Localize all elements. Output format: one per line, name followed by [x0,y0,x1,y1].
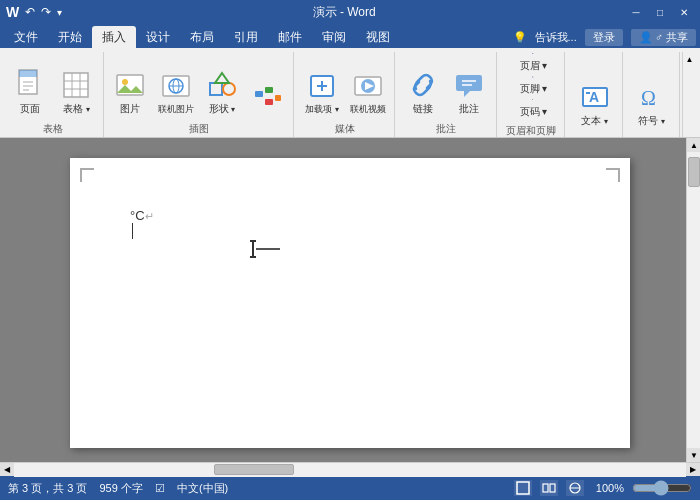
ribbon-group-text-content: A 文本 ▾ [573,52,617,132]
read-mode-button[interactable] [540,480,558,496]
vscroll-down-button[interactable]: ▼ [687,448,700,462]
ribbon-tabs-row: 文件 开始 插入 设计 布局 引用 邮件 审阅 视图 💡 告诉我... 登录 👤… [0,24,700,48]
print-layout-view-button[interactable] [514,480,532,496]
ribbon-group-symbols-content: Ω 符号 ▾ [630,52,674,132]
tab-file[interactable]: 文件 [4,26,48,48]
vscroll-track[interactable] [687,152,700,448]
vscroll-thumb[interactable] [688,157,700,187]
page-number-icon: # [526,99,540,101]
tab-references[interactable]: 引用 [224,26,268,48]
tab-review[interactable]: 审阅 [312,26,356,48]
svg-rect-19 [255,91,263,97]
share-icon: 👤 [639,31,653,44]
close-button[interactable]: ✕ [674,4,694,20]
ribbon-scroll-up[interactable]: ▲ [683,52,696,66]
picture-button-label: 图片 [120,103,140,115]
svg-rect-41 [517,482,529,494]
ribbon-group-illustrations-content: 图片 联机图片 [108,52,290,120]
hscroll-track[interactable] [14,463,686,477]
status-bar: 第 3 页，共 3 页 959 个字 ☑ 中文(中国) 100% [0,476,700,500]
hscroll-right-button[interactable]: ▶ [686,463,700,477]
online-picture-icon [160,70,192,102]
zoom-slider[interactable] [632,483,692,493]
hscroll-thumb[interactable] [214,464,294,475]
app-window: W ↶ ↷ ▾ 演示 - Word ─ □ ✕ 文件 开始 插入 设计 布局 引… [0,0,700,500]
ribbon-group-links-label: 批注 [436,120,456,139]
tab-design[interactable]: 设计 [136,26,180,48]
smartart-icon [252,81,284,113]
window-controls: ─ □ ✕ [626,4,694,20]
ribbon-group-links-content: 链接 批注 [401,52,491,120]
textbox-icon: A [579,81,611,113]
ribbon-group-header-footer: 页眉 ▾ 页脚 ▾ # 页码 ▾ [499,52,566,137]
addin-icon [306,70,338,102]
degree-symbol: °C [130,208,145,223]
zoom-level[interactable]: 100% [596,482,624,494]
ribbon: 页面 表格 ▾ 表格 [0,48,700,138]
symbol-button[interactable]: Ω 符号 ▾ [630,64,674,130]
online-video-button[interactable]: 联机视频 [346,52,390,118]
minimize-button[interactable]: ─ [626,4,646,20]
ribbon-group-text: A 文本 ▾ [567,52,622,137]
paragraph-mark: ↵ [145,210,154,222]
addin-button-label: 加载项 ▾ [305,104,339,115]
share-button[interactable]: 👤 ♂ 共享 [631,29,696,46]
horizontal-scrollbar[interactable]: ◀ ▶ [0,462,700,476]
smartart-button[interactable] [246,52,290,118]
textbox-button[interactable]: A 文本 ▾ [573,64,617,130]
tab-layout[interactable]: 布局 [180,26,224,48]
web-layout-button[interactable] [566,480,584,496]
login-button[interactable]: 登录 [585,29,623,46]
page-info: 第 3 页，共 3 页 [8,481,87,496]
link-button[interactable]: 链接 [401,52,445,118]
redo-button[interactable]: ↷ [41,5,51,19]
share-label: ♂ 共享 [655,30,688,45]
page-number-button[interactable]: # 页码 ▾ [503,98,559,120]
ribbon-group-table: 页面 表格 ▾ 表格 [4,52,104,137]
ribbon-group-illustrations: 图片 联机图片 [106,52,294,137]
help-text[interactable]: 告诉我... [535,30,577,45]
header-footer-stack: 页眉 ▾ 页脚 ▾ # 页码 ▾ [503,52,559,120]
svg-rect-22 [265,99,273,105]
svg-text:A: A [589,89,599,105]
svg-rect-21 [275,95,281,101]
ribbon-scroll: ▲ [682,52,696,137]
vscroll-up-button[interactable]: ▲ [687,138,700,152]
tab-home[interactable]: 开始 [48,26,92,48]
svg-rect-1 [19,70,37,77]
undo-button[interactable]: ↶ [25,5,35,19]
ribbon-group-table-label: 表格 [43,120,63,139]
word-count: 959 个字 [99,481,142,496]
ribbon-group-links: 链接 批注 批注 [397,52,497,137]
header-button[interactable]: 页眉 ▾ [503,52,559,74]
tab-view[interactable]: 视图 [356,26,400,48]
footer-button[interactable]: 页脚 ▾ [503,75,559,97]
picture-icon [114,69,146,101]
table-button[interactable]: 表格 ▾ [54,52,98,118]
help-icon: 💡 [513,31,527,44]
restore-button[interactable]: □ [650,4,670,20]
online-video-button-label: 联机视频 [350,104,386,115]
ribbon-tabs-right: 💡 告诉我... 登录 👤 ♂ 共享 [513,29,696,48]
svg-point-17 [223,83,235,95]
addin-button[interactable]: 加载项 ▾ [300,52,344,118]
tab-mailing[interactable]: 邮件 [268,26,312,48]
picture-button[interactable]: 图片 [108,52,152,118]
comment-icon [453,69,485,101]
shapes-button[interactable]: 形状 ▾ [200,52,244,118]
footer-button-label: 页脚 ▾ [520,82,548,96]
svg-rect-43 [550,484,555,492]
tab-insert[interactable]: 插入 [92,26,136,48]
footer-icon [526,76,540,78]
ribbon-group-header-footer-content: 页眉 ▾ 页脚 ▾ # 页码 ▾ [503,52,559,122]
page-button[interactable]: 页面 [8,52,52,118]
document-area: ▲ ▼ °C↵ [0,138,700,462]
hscroll-left-button[interactable]: ◀ [0,463,14,477]
ribbon-group-illustrations-label: 插图 [189,120,209,139]
ribbon-tabs: 文件 开始 插入 设计 布局 引用 邮件 审阅 视图 [4,26,400,48]
comment-button[interactable]: 批注 [447,52,491,118]
online-picture-button[interactable]: 联机图片 [154,52,198,118]
vertical-scrollbar[interactable]: ▲ ▼ [686,138,700,462]
symbol-button-label: 符号 ▾ [638,115,665,127]
spell-check-icon[interactable]: ☑ [155,482,165,495]
